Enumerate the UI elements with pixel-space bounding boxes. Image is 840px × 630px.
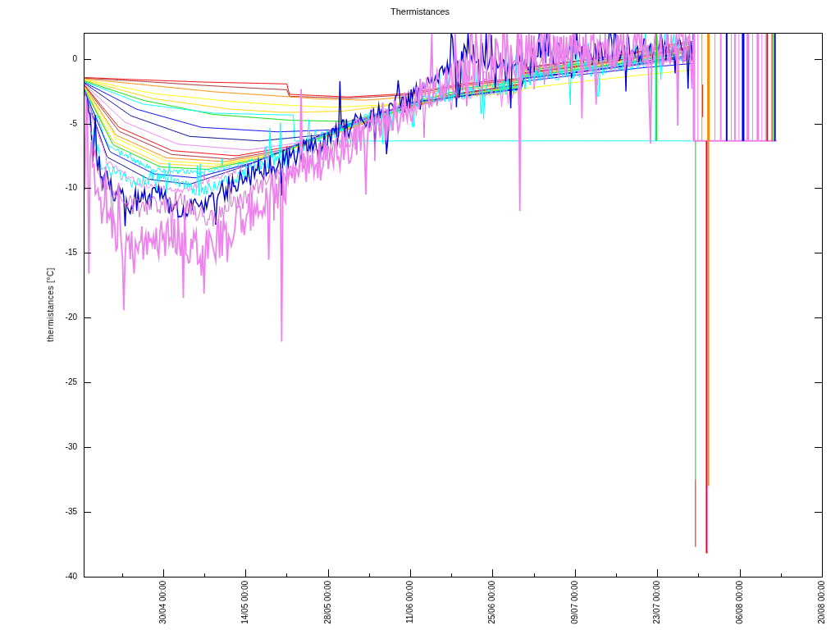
x-tick-label: 25/06 00:00 (486, 581, 497, 624)
y-tick-label: -10 (33, 183, 77, 192)
x-tick-label: 14/05 00:00 (240, 581, 250, 624)
gnuplot-chart-window: Thermistances thermistances [°C] 0-5-10-… (0, 0, 840, 630)
y-tick-label: 0 (33, 54, 77, 63)
x-tick-label: 30/04 00:00 (158, 581, 168, 624)
y-axis-label: thermistances [°C] (46, 267, 55, 342)
y-tick-label: -35 (33, 507, 77, 516)
y-tick-label: -40 (33, 572, 77, 581)
y-tick-label: -20 (33, 313, 77, 322)
plot-canvas (0, 0, 840, 630)
y-tick-label: -30 (33, 442, 77, 451)
x-tick-label: 23/07 00:00 (651, 581, 662, 624)
x-tick-label: 28/05 00:00 (322, 581, 333, 624)
x-tick-label: 06/08 00:00 (734, 581, 745, 624)
x-tick-label: 20/08 00:00 (816, 581, 827, 624)
chart-title: Thermistances (0, 7, 840, 16)
x-tick-label: 11/06 00:00 (404, 581, 415, 623)
y-tick-label: -25 (33, 377, 77, 386)
y-tick-label: -15 (33, 248, 77, 257)
x-tick-label: 09/07 00:00 (569, 581, 580, 624)
y-tick-label: -5 (33, 119, 77, 128)
